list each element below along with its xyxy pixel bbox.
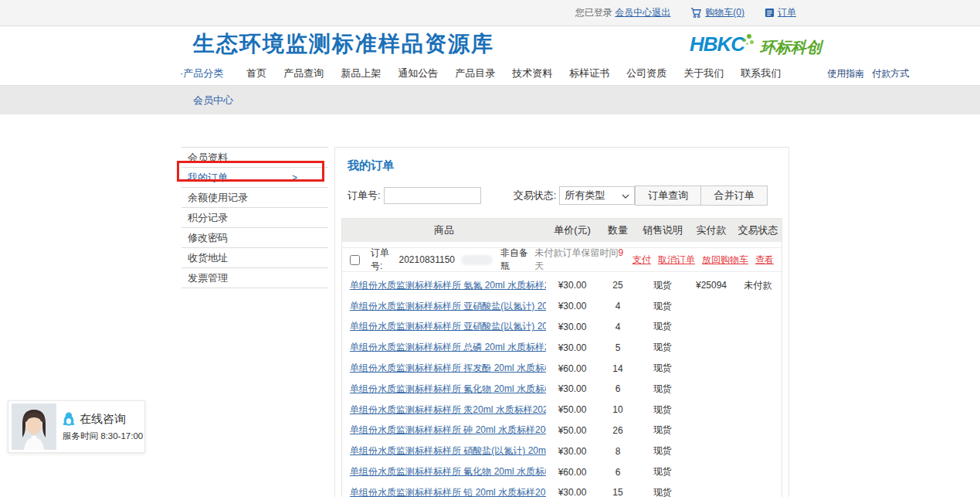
product-qty: 26	[599, 425, 637, 436]
product-qty: 4	[599, 301, 637, 311]
nav-item[interactable]: 联系我们	[741, 66, 781, 80]
product-price: ¥30.00	[546, 342, 599, 353]
logo-hbkc-text: HBKC	[690, 34, 744, 54]
product-link[interactable]: 单组份水质监测标样标样所 铅 20ml 水质标样201240	[350, 486, 546, 497]
product-link[interactable]: 单组份水质监测标样标样所 挥发酚 20ml 水质标样200364	[350, 362, 546, 375]
page-title: 我的订单	[348, 158, 788, 173]
product-row: 单组份水质监测标样标样所 总磷 20ml 水质标样203997 ¥30.00 5…	[342, 337, 782, 358]
product-qty: 10	[599, 404, 637, 415]
nav-item[interactable]: 产品目录	[455, 66, 495, 80]
product-qty: 5	[599, 342, 637, 353]
chevron-down-icon	[622, 190, 629, 202]
nav-item[interactable]: 通知公告	[398, 66, 438, 80]
order-action-link[interactable]: 放回购物车	[702, 254, 748, 267]
product-row: 单组份水质监测标样标样所 氨氮 20ml 水质标样2005153 ¥30.00 …	[342, 275, 782, 296]
product-link[interactable]: 单组份水质监测标样标样所 氟化物 20ml 水质标样201757	[350, 383, 546, 396]
product-link[interactable]: 单组份水质监测标样标样所 亚硝酸盐(以氮计) 20ml 水质标样200643	[350, 300, 546, 313]
breadcrumb[interactable]: 会员中心	[193, 94, 233, 107]
product-row: 单组份水质监测标样标样所 硝酸盐(以氮计) 20ml 水质标样200850 ¥3…	[342, 441, 782, 461]
status-selected-value: 所有类型	[565, 189, 605, 203]
product-rows: 单组份水质监测标样标样所 氨氮 20ml 水质标样2005153 ¥30.00 …	[342, 275, 782, 497]
product-price: ¥30.00	[546, 280, 599, 291]
product-link[interactable]: 单组份水质监测标样标样所 砷 20ml 水质标样200455	[350, 424, 546, 437]
transaction-status-select[interactable]: 所有类型	[559, 186, 635, 205]
sidebar-item-label: 余额使用记录	[188, 188, 248, 207]
product-row: 单组份水质监测标样标样所 亚硝酸盐(以氮计) 20ml 水质标样200643 ¥…	[342, 296, 782, 317]
logout-link[interactable]: 退出	[652, 6, 670, 19]
order-no-input[interactable]	[384, 187, 481, 204]
sidebar-item-label: 我的订单	[188, 168, 228, 187]
product-row: 单组份水质监测标样标样所 汞20ml 水质标样202051 ¥50.00 10 …	[342, 400, 782, 420]
product-row: 单组份水质监测标样标样所 挥发酚 20ml 水质标样200364 ¥60.00 …	[342, 358, 782, 379]
retain-time-text: 未付款订单保留时间9天	[534, 247, 626, 273]
col-note: 销售说明	[637, 223, 688, 237]
nav-item[interactable]: 新品上架	[341, 66, 381, 80]
order-action-link[interactable]: 取消订单	[658, 254, 695, 267]
nav-item[interactable]: 技术资料	[512, 66, 552, 80]
product-sale-note: 现货	[637, 341, 688, 354]
product-link[interactable]: 单组份水质监测标样标样所 亚硝酸盐(以氮计) 20ml 水质标样200644	[350, 320, 546, 333]
retain-days: 9	[618, 247, 623, 258]
member-center-link[interactable]: 会员中心	[615, 6, 652, 19]
nav-item[interactable]: 产品查询	[283, 66, 324, 80]
product-link[interactable]: 单组份水质监测标样标样所 硝酸盐(以氮计) 20ml 水质标样200850	[350, 444, 546, 458]
sidebar-item[interactable]: 积分记录	[181, 208, 328, 228]
product-sale-note: 现货	[637, 403, 688, 417]
product-link[interactable]: 单组份水质监测标样标样所 氰化物 20ml 水质标样205544	[350, 465, 546, 478]
nav-item[interactable]: 标样证书	[569, 66, 609, 80]
sidebar-item[interactable]: 余额使用记录	[181, 188, 328, 208]
product-price: ¥30.00	[546, 301, 599, 311]
cart-link[interactable]: 购物车(0)	[705, 6, 744, 19]
order-no-label: 订单号:	[348, 189, 381, 203]
product-row: 单组份水质监测标样标样所 铅 20ml 水质标样201240 ¥30.00 15…	[342, 482, 782, 497]
product-price: ¥50.00	[546, 404, 599, 415]
top-utility-bar: 您已登录 会员中心退出 购物车(0) 订单	[0, 0, 980, 26]
sidebar-item[interactable]: 发票管理	[181, 268, 328, 288]
redacted-order-digits	[461, 255, 493, 265]
masthead: 生态环境监测标准样品资源库 HBKC 环标科创	[0, 26, 980, 62]
logo-dots-icon	[743, 34, 755, 46]
col-product: 商品	[342, 223, 546, 237]
nav-help-link[interactable]: 使用指南	[827, 67, 864, 80]
nav-item[interactable]: 关于我们	[683, 66, 724, 80]
product-link[interactable]: 单组份水质监测标样标样所 总磷 20ml 水质标样203997	[350, 341, 546, 354]
orders-panel: 我的订单 订单号: 交易状态: 所有类型 订单查询 合并订单 商品 单价(元)	[334, 147, 789, 497]
nav-help-link[interactable]: 付款方式	[872, 67, 909, 80]
sidebar-item[interactable]: 修改密码	[181, 228, 328, 248]
product-sale-note: 现货	[637, 383, 688, 396]
product-link[interactable]: 单组份水质监测标样标样所 汞20ml 水质标样202051	[350, 403, 546, 417]
product-sale-note: 现货	[637, 486, 688, 497]
product-price: ¥30.00	[546, 322, 599, 332]
site-title: 生态环境监测标准样品资源库	[193, 29, 494, 59]
status-label: 交易状态:	[514, 189, 557, 203]
chat-title: 在线咨询	[80, 412, 126, 427]
sidebar-item[interactable]: 我的订单 >	[181, 168, 328, 188]
orders-table: 商品 单价(元) 数量 销售说明 实付款 交易状态 订单号: 202108311…	[341, 218, 782, 497]
product-link[interactable]: 单组份水质监测标样标样所 氨氮 20ml 水质标样2005153	[350, 279, 546, 292]
product-sale-note: 现货	[637, 320, 688, 333]
order-action-link[interactable]: 支付	[632, 254, 651, 267]
sidebar-item-label: 会员资料	[188, 148, 228, 167]
product-price: ¥30.00	[546, 383, 599, 394]
sidebar-item[interactable]: 会员资料	[181, 148, 328, 168]
online-chat-widget[interactable]: 在线咨询 服务时间 8:30-17:00	[8, 400, 145, 453]
orders-link[interactable]: 订单	[778, 6, 796, 19]
nav-product-category[interactable]: ·产品分类	[180, 66, 223, 80]
order-checkbox[interactable]	[350, 255, 360, 265]
sidebar-item[interactable]: 收货地址	[181, 248, 328, 268]
qq-icon	[63, 412, 75, 426]
product-price: ¥50.00	[546, 425, 599, 436]
product-sale-note: 现货	[637, 465, 688, 478]
product-trade-status: 未付款	[734, 279, 782, 292]
order-query-button[interactable]: 订单查询	[635, 186, 701, 206]
order-action-link[interactable]: 查看	[755, 254, 774, 267]
nav-category-label: 产品分类	[183, 67, 223, 79]
sidebar-item-label: 修改密码	[188, 228, 228, 247]
col-qty: 数量	[599, 223, 637, 237]
company-logo: HBKC 环标科创	[690, 34, 822, 58]
product-price: ¥30.00	[546, 487, 599, 497]
nav-item[interactable]: 公司资质	[626, 66, 666, 80]
nav-item[interactable]: 首页	[246, 66, 266, 80]
merge-order-button[interactable]: 合并订单	[701, 186, 768, 206]
col-price: 单价(元)	[546, 223, 599, 237]
